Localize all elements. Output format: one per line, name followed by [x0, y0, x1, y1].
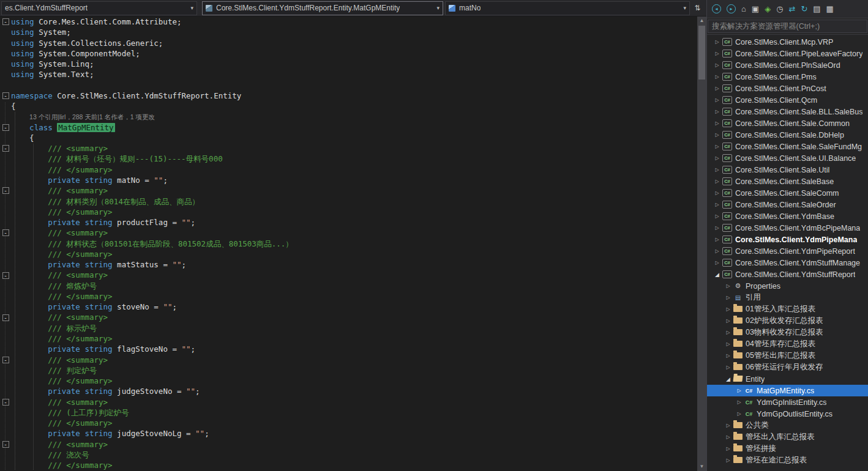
- tree-item[interactable]: ▷C#Core.StlMes.Client.PnCost: [707, 83, 868, 94]
- expand-arrow-icon[interactable]: ▷: [713, 237, 721, 242]
- tree-item[interactable]: ▷C#Core.StlMes.Client.SaleBase: [707, 176, 868, 187]
- fold-collapse-icon[interactable]: -: [2, 124, 9, 131]
- expand-arrow-icon[interactable]: ▷: [713, 97, 721, 103]
- type-dropdown[interactable]: Core.StlMes.Client.YdmStuffReport.Entity…: [202, 1, 443, 15]
- fold-collapse-icon[interactable]: -: [2, 92, 9, 99]
- tree-item[interactable]: ◢C#Core.StlMes.Client.YdmStuffReport: [707, 269, 868, 280]
- expand-arrow-icon[interactable]: ▷: [713, 86, 721, 91]
- tree-item[interactable]: ▷C#Core.StlMes.Client.YdmBase: [707, 210, 868, 222]
- tree-item[interactable]: ▷C#Core.StlMes.Client.SaleOrder: [707, 199, 868, 210]
- tree-item[interactable]: ▷06管坯运行年月收发存: [707, 362, 868, 373]
- expand-arrow-icon[interactable]: ▷: [724, 434, 732, 440]
- expand-arrow-icon[interactable]: ▷: [713, 39, 721, 45]
- pending-changes-filter-icon[interactable]: ◈: [765, 5, 771, 13]
- expand-arrow-icon[interactable]: ▷: [735, 411, 743, 417]
- expand-arrow-icon[interactable]: ▷: [713, 167, 721, 172]
- refresh-icon[interactable]: ↻: [801, 5, 807, 13]
- history-icon[interactable]: ◷: [776, 5, 783, 13]
- expand-arrow-icon[interactable]: ▷: [724, 365, 732, 370]
- tree-item[interactable]: ▷C#Core.StlMes.Client.YdmPipeMana: [707, 234, 868, 245]
- tree-item[interactable]: ▷C#YdmGpOutlistEntity.cs: [707, 408, 868, 420]
- fold-collapse-icon[interactable]: -: [2, 399, 9, 406]
- show-all-files-icon[interactable]: ▦: [826, 5, 834, 13]
- tree-item[interactable]: ▷C#Core.StlMes.Client.Sale.SaleFundMg: [707, 141, 868, 152]
- tree-item[interactable]: ▷C#Core.StlMes.Client.Sale.BLL.SaleBus: [707, 106, 868, 117]
- switch-views-icon[interactable]: ▣: [752, 5, 759, 13]
- expand-arrow-icon[interactable]: ▷: [735, 399, 743, 405]
- tree-item[interactable]: ▷C#YdmGpInlistEntity.cs: [707, 396, 868, 408]
- expand-arrow-icon[interactable]: ▷: [713, 260, 721, 265]
- expand-arrow-icon[interactable]: ▷: [724, 341, 732, 347]
- tree-item[interactable]: ▷管坯在途汇总报表: [707, 454, 868, 466]
- search-input[interactable]: [708, 20, 867, 33]
- tree-item[interactable]: ▷C#Core.StlMes.Client.YdmBcPipeMana: [707, 222, 868, 234]
- expand-arrow-icon[interactable]: ▷: [724, 423, 732, 428]
- fold-collapse-icon[interactable]: -: [2, 272, 9, 279]
- expand-arrow-icon[interactable]: ▷: [724, 318, 732, 324]
- expand-arrow-icon[interactable]: ▷: [735, 388, 743, 393]
- tree-item[interactable]: ▷C#Core.StlMes.Client.Sale.Common: [707, 117, 868, 129]
- tree-item[interactable]: ▷C#Core.StlMes.Client.Qcm: [707, 94, 868, 106]
- fold-collapse-icon[interactable]: -: [2, 18, 9, 25]
- expand-arrow-icon[interactable]: ▷: [713, 51, 721, 56]
- fold-collapse-icon[interactable]: -: [2, 187, 9, 194]
- expand-arrow-icon[interactable]: ▷: [724, 446, 732, 451]
- scroll-up-icon[interactable]: ▲: [700, 17, 705, 25]
- tree-item[interactable]: ▷C#Core.StlMes.Client.Pms: [707, 71, 868, 83]
- tree-item[interactable]: ▷C#Core.StlMes.Client.Sale.UI.Balance: [707, 152, 868, 164]
- expand-arrow-icon[interactable]: ▷: [713, 213, 721, 219]
- tree-item[interactable]: ◢Entity: [707, 373, 868, 385]
- expand-arrow-icon[interactable]: ▷: [724, 458, 732, 463]
- editor-scrollbar[interactable]: ▲ ▼: [697, 17, 706, 471]
- split-editor-icon[interactable]: ⇅: [690, 4, 705, 12]
- expand-arrow-icon[interactable]: ▷: [724, 353, 732, 358]
- tree-item[interactable]: ▷01管坯入库汇总报表: [707, 303, 868, 315]
- expand-arrow-icon[interactable]: ▷: [713, 132, 721, 138]
- tree-item[interactable]: ▷⚙Properties: [707, 280, 868, 292]
- fold-collapse-icon[interactable]: -: [2, 357, 9, 363]
- tree-item[interactable]: ▷03物料收发存汇总报表: [707, 327, 868, 338]
- forward-icon[interactable]: ▸: [727, 4, 736, 13]
- expand-arrow-icon[interactable]: ▷: [713, 109, 721, 114]
- tree-item[interactable]: ▷C#Core.StlMes.Client.Sale.Util: [707, 164, 868, 176]
- code-editor[interactable]: -using Core.Mes.Client.Comm.Attribute;us…: [0, 17, 706, 471]
- member-dropdown[interactable]: matNo ▾: [445, 1, 690, 15]
- tree-item[interactable]: ▷C#Core.StlMes.Client.Sale.DbHelp: [707, 129, 868, 141]
- tree-item[interactable]: ▷C#MatGpMEntity.cs: [707, 385, 868, 396]
- tree-item[interactable]: ▷04管坯库存汇总报表: [707, 338, 868, 350]
- tree-item[interactable]: ▷C#Core.StlMes.Client.PlnSaleOrd: [707, 59, 868, 71]
- project-dropdown[interactable]: es.Client.YdmStuffReport ▾: [1, 1, 197, 15]
- scrollbar-thumb[interactable]: [698, 26, 705, 80]
- home-icon[interactable]: ⌂: [741, 5, 746, 13]
- tree-item[interactable]: ▷C#Core.StlMes.Client.Mcp.VRP: [707, 36, 868, 48]
- sync-icon[interactable]: ⇄: [789, 5, 796, 13]
- tree-item[interactable]: ▷公共类: [707, 420, 868, 431]
- expand-arrow-icon[interactable]: ▷: [713, 202, 721, 207]
- codelens-info[interactable]: 13 个引用|lirl，288 天前|1 名作者，1 项更改: [29, 113, 155, 121]
- tree-item[interactable]: ▷C#Core.StlMes.Client.YdmPipeReport: [707, 245, 868, 257]
- fold-collapse-icon[interactable]: -: [2, 314, 9, 321]
- expand-arrow-icon[interactable]: ▷: [713, 74, 721, 80]
- expand-arrow-icon[interactable]: ▷: [724, 283, 732, 289]
- back-icon[interactable]: ◂: [712, 4, 721, 13]
- tree-item[interactable]: ▷02炉批收发存汇总报表: [707, 315, 868, 327]
- fold-collapse-icon[interactable]: -: [2, 441, 9, 448]
- expand-arrow-icon[interactable]: ▷: [713, 121, 721, 126]
- collapse-arrow-icon[interactable]: ◢: [724, 376, 732, 382]
- collapse-arrow-icon[interactable]: ◢: [713, 272, 721, 278]
- scroll-down-icon[interactable]: ▼: [700, 462, 705, 471]
- tree-item[interactable]: ▷▤引用: [707, 292, 868, 303]
- expand-arrow-icon[interactable]: ▷: [713, 62, 721, 68]
- tree-item[interactable]: ▷C#Core.StlMes.Client.YdmStuffManage: [707, 257, 868, 269]
- tree-item[interactable]: ▷管坯出入库汇总报表: [707, 431, 868, 443]
- expand-arrow-icon[interactable]: ▷: [713, 144, 721, 149]
- expand-arrow-icon[interactable]: ▷: [713, 225, 721, 231]
- collapse-all-icon[interactable]: ▤: [813, 5, 820, 13]
- tree-item[interactable]: ▷05管坯出库汇总报表: [707, 350, 868, 362]
- fold-collapse-icon[interactable]: -: [2, 229, 9, 236]
- tree-item[interactable]: ▷C#Core.StlMes.Client.PipeLeaveFactory: [707, 48, 868, 59]
- expand-arrow-icon[interactable]: ▷: [713, 179, 721, 184]
- expand-arrow-icon[interactable]: ▷: [713, 248, 721, 254]
- expand-arrow-icon[interactable]: ▷: [724, 295, 732, 300]
- fold-collapse-icon[interactable]: -: [2, 145, 9, 152]
